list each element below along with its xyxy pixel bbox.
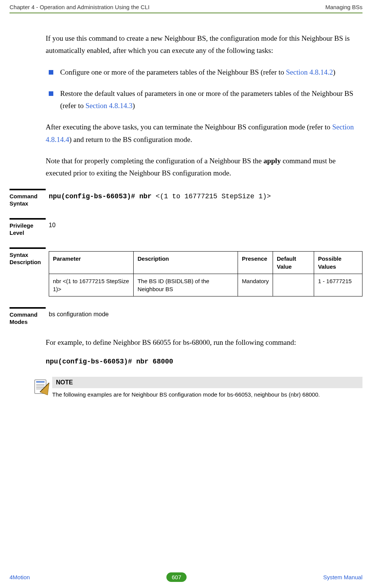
th-default-value: Default Value [273,251,314,274]
after-exec-paragraph: After executing the above tasks, you can… [46,121,362,146]
apply-command-bold: apply [263,157,281,165]
svg-rect-1 [36,381,45,382]
bullet-text: Restore the default values of parameters… [60,88,362,112]
apply-note-paragraph: Note that for properly completing the co… [46,155,362,180]
intro-paragraph: If you use this command to create a new … [46,32,362,57]
syntax-description-section: Syntax Description Parameter Description… [10,247,362,296]
privilege-level-section: Privilege Level 10 [10,218,362,237]
bullet-item: Configure one or more of the parameters … [49,66,362,78]
table-header-row: Parameter Description Presence Default V… [49,251,362,274]
example-command: npu(config-bs-66053)# nbr 68000 [46,358,362,365]
section-link[interactable]: Section 4.8.14.2 [286,68,333,76]
bullet-text: Configure one or more of the parameters … [60,66,335,78]
th-parameter: Parameter [49,251,134,274]
example-intro: For example, to define Neighbor BS 66055… [46,336,362,349]
syntax-description-body: Parameter Description Presence Default V… [46,247,362,296]
page-footer: 4Motion 607 System Manual [10,572,362,582]
table-row: nbr <(1 to 16777215 StepSize 1)> The BS … [49,274,362,296]
command-modes-label: Command Modes [10,307,46,326]
note-icon [32,377,52,398]
td-description: The BS ID (BSIDLSB) of the Neighbour BS [134,274,238,296]
note-body: NOTE The following examples are for Neig… [52,377,362,398]
syntax-description-label: Syntax Description [10,247,46,266]
td-presence: Mandatory [238,274,273,296]
command-syntax-label: Command Syntax [10,189,46,207]
header-section: Managing BSs [325,4,362,10]
page-header: Chapter 4 - Operation and Administration… [10,4,362,13]
section-link[interactable]: Section 4.8.14.3 [85,102,133,110]
td-default [273,274,314,296]
task-bullet-list: Configure one or more of the parameters … [46,66,362,112]
th-possible-values: Possible Values [314,251,362,274]
command-modes-value: bs configuration mode [46,307,362,318]
page-number-badge: 607 [166,572,187,582]
footer-left[interactable]: 4Motion [10,574,30,580]
header-chapter: Chapter 4 - Operation and Administration… [10,4,150,10]
command-syntax-section: Command Syntax npu(config-bs-66053)# nbr… [10,189,362,207]
syntax-table: Parameter Description Presence Default V… [49,251,362,296]
privilege-level-value: 10 [46,218,362,229]
note-text: The following examples are for Neighbour… [52,388,362,398]
td-possible: 1 - 16777215 [314,274,362,296]
square-bullet-icon [49,91,53,96]
command-modes-section: Command Modes bs configuration mode [10,307,362,326]
command-syntax-body: npu(config-bs-66053)# nbr <(1 to 1677721… [46,189,362,200]
th-description: Description [134,251,238,274]
td-parameter: nbr <(1 to 16777215 StepSize 1)> [49,274,134,296]
bullet-item: Restore the default values of parameters… [49,88,362,112]
note-block: NOTE The following examples are for Neig… [32,377,362,398]
th-presence: Presence [238,251,273,274]
square-bullet-icon [49,70,53,75]
footer-right[interactable]: System Manual [323,574,362,580]
note-title: NOTE [52,377,362,388]
privilege-level-label: Privilege Level [10,218,46,237]
